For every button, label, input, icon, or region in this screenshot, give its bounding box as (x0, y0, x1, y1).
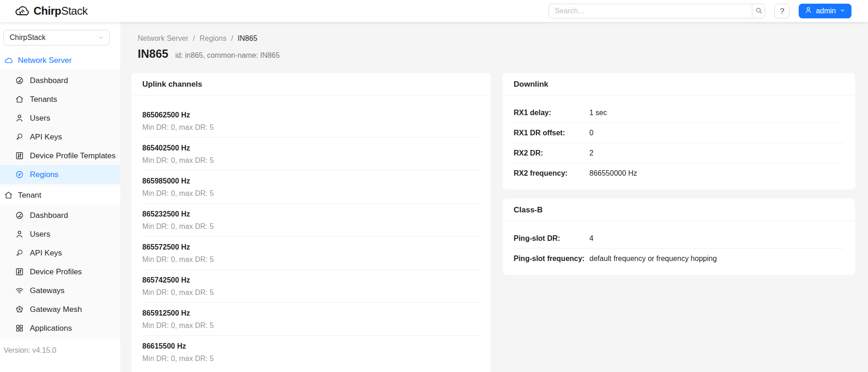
sidebar-item-tenant-users[interactable]: Users (0, 225, 120, 244)
sidebar-item-ns-dashboard[interactable]: Dashboard (0, 71, 120, 90)
downlink-title: Downlink (503, 73, 855, 95)
channel-frequency: 865742500 Hz (142, 276, 480, 285)
row-label: RX2 DR: (514, 149, 589, 157)
breadcrumb-separator: / (193, 34, 195, 43)
channel-dr-range: Min DR: 0, max DR: 5 (142, 189, 480, 198)
user-menu-button[interactable]: admin (799, 4, 851, 18)
row-label: Ping-slot frequency: (514, 255, 589, 263)
page-subtitle: id: in865, common-name: IN865 (175, 51, 280, 60)
row-label: Ping-slot DR: (514, 234, 589, 243)
uplink-channel-row: 86615500 Hz Min DR: 0, max DR: 5 (142, 336, 480, 368)
chevron-down-icon (98, 34, 104, 41)
channel-dr-range: Min DR: 0, max DR: 5 (142, 156, 480, 165)
sidebar-item-label: Regions (30, 170, 58, 179)
sidebar-item-label: API Keys (30, 133, 62, 142)
dashboard-icon (15, 211, 24, 220)
table-row: Ping-slot frequency: default frequency o… (514, 249, 844, 268)
sidebar-item-device-profiles[interactable]: Device Profiles (0, 262, 120, 281)
sidebar-item-applications[interactable]: Applications (0, 319, 120, 338)
uplink-channel-row: 865232500 Hz Min DR: 0, max DR: 5 (142, 204, 480, 237)
table-row: Ping-slot DR: 4 (514, 228, 844, 249)
channel-dr-range: Min DR: 0, max DR: 5 (142, 355, 480, 363)
uplink-channel-row: 865402500 Hz Min DR: 0, max DR: 5 (142, 138, 480, 171)
control-icon (15, 151, 24, 160)
sidebar-item-label: Gateways (30, 286, 65, 295)
uplink-channel-row: 865912500 Hz Min DR: 0, max DR: 5 (142, 303, 480, 336)
sidebar-item-label: Device Profile Templates (30, 151, 116, 161)
app-root: ChirpStack ? (0, 0, 868, 372)
row-value: 4 (589, 234, 594, 243)
key-icon (15, 249, 24, 257)
downlink-table: RX1 delay: 1 sec RX1 DR offset: 0 RX2 DR… (503, 95, 855, 189)
uplink-channel-row: 865572500 Hz Min DR: 0, max DR: 5 (142, 237, 480, 270)
channel-frequency: 865232500 Hz (142, 210, 480, 219)
chirpstack-cloud-logo-icon (14, 4, 29, 18)
version-label: Version: v4.15.0 (4, 346, 56, 355)
channel-dr-range: Min DR: 0, max DR: 5 (142, 123, 480, 132)
organization-select[interactable]: ChirpStack (3, 30, 110, 45)
sidebar-item-tenant-api-keys[interactable]: API Keys (0, 244, 120, 262)
user-icon (15, 230, 24, 239)
home-icon (4, 191, 13, 200)
channel-frequency: 86615500 Hz (142, 342, 480, 351)
chirpstack-logo[interactable]: ChirpStack (14, 4, 88, 18)
sidebar-item-label: Users (30, 230, 50, 239)
appstore-icon (15, 324, 24, 333)
sidebar-item-network-server[interactable]: Network Server (0, 51, 120, 70)
channel-frequency: 865912500 Hz (142, 309, 480, 318)
row-value: 866550000 Hz (589, 169, 637, 178)
downlink-card: Downlink RX1 delay: 1 sec RX1 DR offset:… (503, 73, 855, 189)
sidebar-item-label: API Keys (30, 249, 62, 258)
class-b-title: Class-B (503, 199, 855, 221)
class-b-table: Ping-slot DR: 4 Ping-slot frequency: def… (503, 221, 855, 275)
page-header: IN865 id: in865, common-name: IN865 (138, 47, 855, 61)
breadcrumb-regions[interactable]: Regions (200, 34, 227, 43)
sidebar-menu: Network Server Dashboard (0, 51, 120, 339)
brand-name: ChirpStack (34, 6, 88, 17)
channel-dr-range: Min DR: 0, max DR: 5 (142, 322, 480, 330)
sidebar-item-label: Tenant (18, 191, 41, 200)
table-row: RX1 DR offset: 0 (514, 123, 844, 143)
sidebar-item-tenant-dashboard[interactable]: Dashboard (0, 206, 120, 225)
organization-select-value: ChirpStack (10, 33, 45, 42)
table-row: RX2 frequency: 866550000 Hz (514, 163, 844, 183)
search-input[interactable] (549, 4, 752, 18)
uplink-channel-row: 865742500 Hz Min DR: 0, max DR: 5 (142, 270, 480, 303)
key-icon (15, 133, 24, 141)
control-icon (15, 267, 24, 276)
sidebar-item-device-profile-templates[interactable]: Device Profile Templates (0, 146, 120, 165)
uplink-channels-card: Uplink channels 865062500 Hz Min DR: 0, … (131, 73, 491, 372)
row-value: 0 (589, 129, 594, 137)
sidebar-item-ns-tenants[interactable]: Tenants (0, 90, 120, 109)
row-value: 1 sec (589, 109, 607, 117)
cloud-icon (4, 56, 13, 65)
channel-frequency: 865062500 Hz (142, 111, 480, 120)
row-label: RX1 DR offset: (514, 129, 589, 137)
channel-dr-range: Min DR: 0, max DR: 5 (142, 289, 480, 297)
row-label: RX1 delay: (514, 109, 589, 117)
uplink-channel-row: 865985000 Hz Min DR: 0, max DR: 5 (142, 171, 480, 204)
uplink-channels-title: Uplink channels (131, 73, 491, 95)
sidebar-item-label: Dashboard (30, 211, 68, 220)
breadcrumb-separator: / (231, 34, 233, 43)
sidebar-item-regions[interactable]: Regions (0, 165, 120, 184)
user-icon (805, 6, 812, 16)
dashboard-icon (15, 76, 24, 85)
sidebar-item-ns-api-keys[interactable]: API Keys (0, 128, 120, 146)
sidebar-item-tenant[interactable]: Tenant (0, 186, 120, 205)
wifi-icon (15, 286, 24, 295)
sidebar-item-gateway-mesh[interactable]: Gateway Mesh (0, 300, 120, 319)
help-button[interactable]: ? (774, 4, 790, 18)
sidebar-item-gateways[interactable]: Gateways (0, 281, 120, 300)
search-button[interactable] (752, 4, 765, 18)
sidebar-item-label: Tenants (30, 95, 57, 104)
home-icon (15, 95, 24, 104)
channel-frequency: 865572500 Hz (142, 243, 480, 252)
breadcrumb: Network Server / Regions / IN865 (138, 34, 855, 43)
breadcrumb-network-server[interactable]: Network Server (138, 34, 188, 43)
sidebar-item-ns-users[interactable]: Users (0, 109, 120, 128)
top-header: ChirpStack ? (0, 0, 868, 22)
sidebar-item-label: Applications (30, 324, 72, 333)
sidebar-item-label: Device Profiles (30, 267, 82, 277)
user-menu-label: admin (816, 7, 836, 15)
